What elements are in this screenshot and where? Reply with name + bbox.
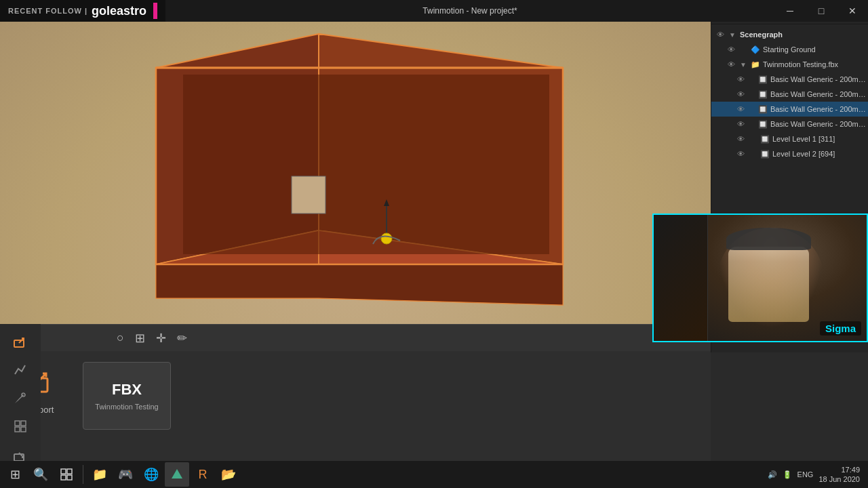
taskview-button[interactable] bbox=[54, 462, 79, 487]
volume-icon: 🔋 bbox=[783, 470, 792, 479]
eye-icon: 👁 bbox=[737, 90, 747, 98]
svg-rect-28 bbox=[67, 475, 72, 480]
tree-label: Starting Ground bbox=[763, 45, 816, 54]
language-label: ENG bbox=[797, 470, 814, 479]
tree-label: Basic Wall Generic - 200mm 4 [345584] bbox=[770, 90, 868, 98]
twinmotion-icon bbox=[170, 468, 184, 481]
left-sidebar bbox=[0, 324, 41, 466]
date-display: 18 Jun 2020 bbox=[818, 474, 860, 484]
network-icon: 🔊 bbox=[768, 470, 777, 479]
expand-icon: ▼ bbox=[740, 61, 748, 68]
close-button[interactable]: ✕ bbox=[837, 0, 868, 22]
folder2-button[interactable]: 📂 bbox=[216, 462, 241, 487]
eye-icon: 👁 bbox=[737, 75, 747, 83]
maximize-button[interactable]: □ bbox=[806, 0, 837, 22]
webcam-overlay: Sigma bbox=[652, 214, 868, 342]
tree-label: Basic Wall Generic - 200mm 4 [345583] bbox=[770, 75, 868, 83]
mesh-icon: 🔲 bbox=[758, 90, 768, 99]
tree-label: Level Level 2 [694] bbox=[772, 150, 835, 158]
time-display: 17:49 bbox=[841, 465, 860, 474]
clock: 17:49 18 Jun 2020 bbox=[818, 465, 860, 485]
svg-point-13 bbox=[381, 233, 392, 244]
viewport: ▶ ◉ bbox=[0, 0, 711, 324]
svg-rect-25 bbox=[61, 469, 66, 474]
steam-button[interactable]: 🎮 bbox=[113, 462, 138, 487]
tree-label: Basic Wall Generic - 200mm 5 [345581] bbox=[770, 105, 868, 113]
twinmotion-button[interactable] bbox=[165, 462, 189, 487]
group-icon: 📁 bbox=[751, 60, 760, 69]
tree-item-wall3[interactable]: 👁 🔲 Basic Wall Generic - 200mm 5 [345581… bbox=[711, 102, 868, 117]
fbx-format-label: FBX bbox=[112, 381, 142, 399]
svg-marker-12 bbox=[384, 199, 389, 206]
tree-item-starting-ground[interactable]: 👁 🔷 Starting Ground bbox=[711, 42, 868, 57]
taskbar-right: 🔊 🔋 ENG 17:49 18 Jun 2020 bbox=[768, 465, 865, 485]
tree-item-wall2[interactable]: 👁 🔲 Basic Wall Generic - 200mm 4 [345584… bbox=[711, 87, 868, 102]
sidebar-grid-icon[interactable] bbox=[8, 415, 33, 438]
minimize-button[interactable]: ─ bbox=[774, 0, 806, 22]
svg-rect-14 bbox=[14, 340, 24, 347]
3d-box-viewport bbox=[34, 14, 644, 319]
grid-icon bbox=[13, 419, 28, 434]
svg-rect-19 bbox=[15, 427, 20, 432]
pen-button[interactable]: ✏ bbox=[177, 331, 187, 346]
tree-item-scenegraph[interactable]: 👁 ▼ Scenegraph bbox=[711, 27, 868, 42]
eye-icon: 👁 bbox=[737, 105, 747, 113]
taskbar: ⊞ 🔍 📁 🎮 🌐 R 📂 🔊 🔋 ENG 17:49 18 Jun 2020 bbox=[0, 461, 868, 488]
tree-label: Basic Wall Generic - 200mm 6 [345582] bbox=[770, 120, 868, 128]
window-title: Twinmotion - New project* bbox=[165, 6, 774, 16]
export-icon bbox=[13, 447, 28, 462]
tree-item-level1[interactable]: 👁 🔲 Level Level 1 [311] bbox=[711, 131, 868, 146]
eye-icon: 👁 bbox=[728, 60, 737, 68]
svg-rect-7 bbox=[292, 176, 326, 214]
svg-rect-20 bbox=[21, 427, 26, 432]
window-controls: ─ □ ✕ bbox=[774, 0, 868, 22]
eye-icon: 👁 bbox=[728, 45, 737, 54]
pink-accent-bar bbox=[153, 3, 157, 19]
webcam-content: Sigma bbox=[654, 215, 867, 341]
tree-label: Scenegraph bbox=[740, 30, 783, 39]
expand-icon: ▼ bbox=[729, 31, 737, 39]
start-button[interactable]: ⊞ bbox=[3, 462, 27, 487]
import-icon bbox=[13, 333, 28, 348]
search-button[interactable]: 🔍 bbox=[28, 462, 53, 487]
taskview-icon bbox=[60, 468, 73, 481]
move-button[interactable]: ✛ bbox=[156, 331, 166, 346]
import-panel: Import FBX Twinmotion Testing bbox=[0, 351, 711, 466]
file-explorer-button[interactable]: 📁 bbox=[87, 462, 112, 487]
mesh-icon: 🔲 bbox=[760, 135, 770, 144]
svg-marker-29 bbox=[172, 469, 182, 479]
chart-icon bbox=[13, 362, 28, 377]
grid-select-button[interactable]: ⊞ bbox=[135, 331, 145, 346]
webcam-thumbnail bbox=[654, 215, 708, 341]
sidebar-analytics-icon[interactable] bbox=[8, 358, 33, 381]
select-circle-button[interactable]: ○ bbox=[117, 331, 124, 345]
eye-icon: 👁 bbox=[737, 135, 747, 143]
revit-button[interactable]: R bbox=[191, 462, 215, 487]
titlebar: RECENT FOLLOW | goleastro Twinmotion - N… bbox=[0, 0, 868, 22]
bottom-toolbar: ○ ⊞ ✛ ✏ bbox=[41, 324, 711, 351]
fbx-filename-label: Twinmotion Testing bbox=[95, 403, 158, 411]
chrome-button[interactable]: 🌐 bbox=[139, 462, 163, 487]
transform-gizmo[interactable] bbox=[366, 197, 407, 253]
scene-tree: 👁 ▼ Scenegraph 👁 🔷 Starting Ground 👁 ▼ 📁… bbox=[711, 24, 868, 164]
tree-item-fbx-group[interactable]: 👁 ▼ 📁 Twinmotion Testing.fbx bbox=[711, 57, 868, 72]
webcam-name-badge: Sigma bbox=[820, 321, 861, 336]
tree-label: Level Level 1 [311] bbox=[772, 135, 835, 143]
tree-item-wall4[interactable]: 👁 🔲 Basic Wall Generic - 200mm 6 [345582… bbox=[711, 117, 868, 131]
username-label: goleastro bbox=[92, 4, 146, 18]
mesh-icon: 🔲 bbox=[758, 105, 768, 114]
tree-item-wall1[interactable]: 👁 🔲 Basic Wall Generic - 200mm 4 [345583… bbox=[711, 72, 868, 87]
sidebar-brush-icon[interactable] bbox=[8, 386, 33, 409]
mesh-icon: 🔲 bbox=[758, 120, 768, 129]
taskbar-separator bbox=[83, 465, 83, 484]
mesh-icon: 🔲 bbox=[758, 75, 768, 84]
svg-marker-4 bbox=[156, 264, 563, 305]
svg-rect-27 bbox=[61, 475, 66, 480]
svg-rect-26 bbox=[67, 469, 72, 474]
svg-rect-18 bbox=[21, 421, 26, 426]
recent-follow-label: RECENT FOLLOW | bbox=[8, 7, 87, 15]
tree-item-level2[interactable]: 👁 🔲 Level Level 2 [694] bbox=[711, 146, 868, 161]
sidebar-import-icon[interactable] bbox=[8, 329, 33, 352]
recent-follow-banner: RECENT FOLLOW | goleastro bbox=[0, 0, 165, 22]
fbx-file-card[interactable]: FBX Twinmotion Testing bbox=[83, 362, 171, 430]
